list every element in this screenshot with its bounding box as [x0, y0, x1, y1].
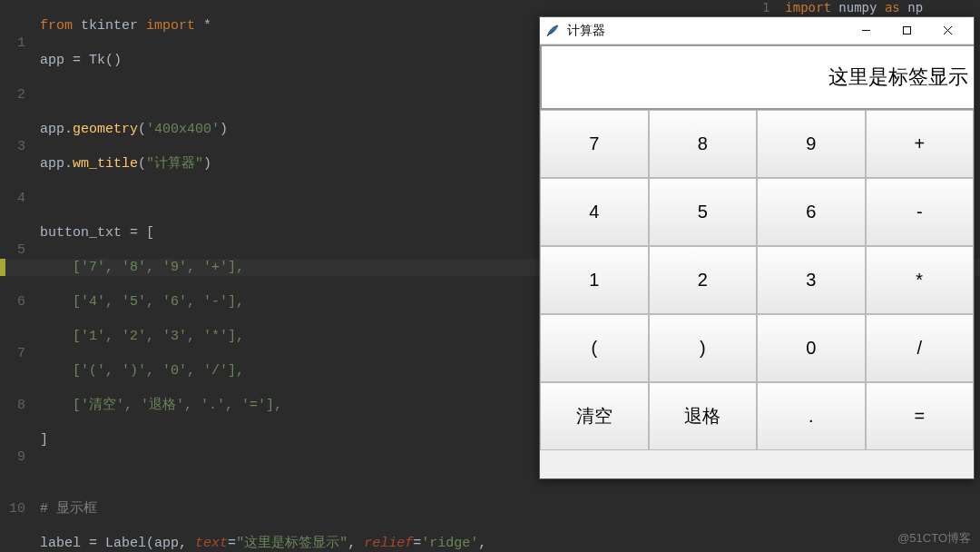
- svg-rect-2: [904, 27, 911, 34]
- key-lparen[interactable]: (: [540, 314, 649, 382]
- close-button[interactable]: [927, 18, 968, 44]
- key-equals[interactable]: =: [866, 382, 975, 450]
- key-rparen[interactable]: ): [649, 314, 758, 382]
- code-area[interactable]: from tkinter import * app = Tk() app.geo…: [40, 0, 546, 552]
- calculator-window: 计算器 这里是标签显示 7 8 9 + 4 5 6 - 1 2 3 * ( ) …: [539, 16, 975, 479]
- window-title: 计算器: [567, 23, 605, 39]
- minimize-button[interactable]: [846, 18, 887, 44]
- key-minus[interactable]: -: [866, 178, 975, 246]
- key-dot[interactable]: .: [757, 382, 866, 450]
- line-number: 10: [0, 500, 25, 518]
- key-2[interactable]: 2: [649, 246, 758, 314]
- key-3[interactable]: 3: [757, 246, 866, 314]
- line-gutter: 1 2 3 4 5 6 7 8 9 10 11 12 13 14 15 16 1…: [0, 0, 29, 552]
- key-clear[interactable]: 清空: [540, 382, 649, 450]
- key-4[interactable]: 4: [540, 178, 649, 246]
- key-multiply[interactable]: *: [866, 246, 975, 314]
- background-tab-fragment: 1 import numpy as np: [735, 0, 980, 16]
- line-number: 7: [0, 345, 25, 362]
- line-number: 5: [0, 242, 25, 259]
- display-text: 这里是标签显示: [828, 64, 968, 91]
- line-number: 4: [0, 190, 25, 207]
- maximize-button[interactable]: [887, 18, 927, 44]
- line-number: 6: [0, 293, 25, 310]
- line-number: 9: [0, 448, 25, 466]
- watermark: @51CTO博客: [897, 530, 971, 547]
- line-number: 8: [0, 397, 25, 414]
- app-feather-icon: [545, 24, 560, 38]
- key-7[interactable]: 7: [540, 110, 649, 178]
- key-divide[interactable]: /: [866, 314, 975, 382]
- key-5[interactable]: 5: [649, 178, 758, 246]
- key-9[interactable]: 9: [757, 110, 866, 178]
- calculator-display: 这里是标签显示: [540, 44, 974, 110]
- line-number: 1: [0, 34, 25, 52]
- window-titlebar[interactable]: 计算器: [540, 17, 974, 44]
- line-number: 3: [0, 138, 25, 155]
- key-0[interactable]: 0: [757, 314, 866, 382]
- calculator-keypad: 7 8 9 + 4 5 6 - 1 2 3 * ( ) 0 / 清空 退格 . …: [540, 110, 974, 450]
- key-plus[interactable]: +: [866, 110, 975, 178]
- key-8[interactable]: 8: [649, 110, 758, 178]
- key-backspace[interactable]: 退格: [649, 382, 758, 450]
- line-number: 2: [0, 86, 25, 104]
- key-6[interactable]: 6: [757, 178, 866, 246]
- key-1[interactable]: 1: [540, 246, 649, 314]
